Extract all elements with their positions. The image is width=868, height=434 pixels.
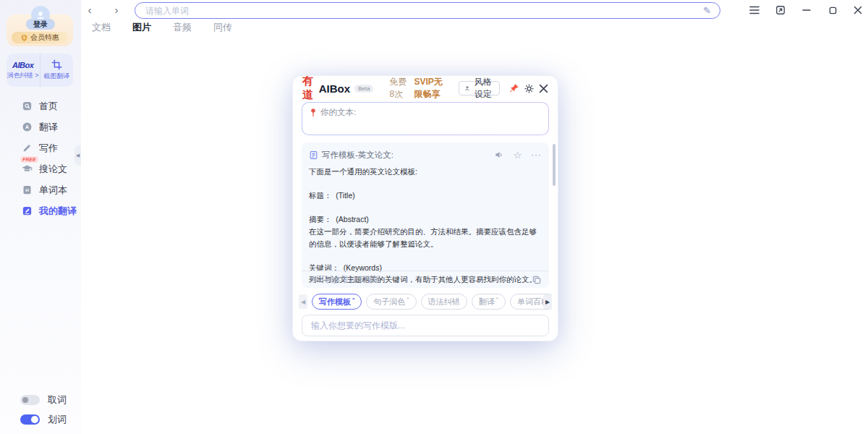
- chip-sentence-polish[interactable]: 句子润色: [366, 294, 416, 310]
- sidebar-item-home[interactable]: 首页: [0, 95, 81, 116]
- sidebar-item-label: 翻译: [39, 121, 58, 134]
- tab-documents[interactable]: 文档: [81, 19, 122, 36]
- speaker-icon: [494, 150, 504, 160]
- result-line: [309, 202, 542, 214]
- close-icon: [539, 84, 548, 93]
- mini-mode-button[interactable]: [773, 3, 788, 17]
- favorite-star-button[interactable]: ☆: [512, 150, 523, 161]
- settings-button[interactable]: [524, 82, 535, 95]
- chips-scroll-left-button[interactable]: ◀: [299, 294, 307, 309]
- sidebar: 登录 S 会员特惠 AIBox 润色纠错 > 截图翻译: [0, 0, 81, 434]
- result-header: 写作模板-英文论文: ☆ ···: [302, 142, 549, 164]
- maximize-button[interactable]: [825, 3, 841, 17]
- aibox-dialog: 有道 AIBox Beta 免费8次 SVIP无限畅享 风格设定: [293, 76, 558, 341]
- sidebar-item-paper-search[interactable]: FREE 搜论文: [0, 158, 81, 179]
- chips-scroll-right-button[interactable]: ▶: [543, 294, 552, 309]
- red-pin-icon: [309, 108, 318, 117]
- style-settings-button[interactable]: 风格设定: [459, 81, 500, 95]
- search-input[interactable]: [144, 5, 697, 17]
- word-capture-label: 取词: [48, 393, 67, 407]
- maximize-icon: [829, 7, 837, 14]
- app-menu-button[interactable]: [746, 3, 762, 17]
- sidebar-item-label: 搜论文: [39, 163, 67, 176]
- aibox-dialog-header: 有道 AIBox Beta 免费8次 SVIP无限畅享 风格设定: [293, 76, 558, 101]
- result-line: 在这一部分，简要介绍研究的目的、方法和结果。摘要应该包含足够的信息，以便读者能够…: [309, 226, 542, 250]
- my-translations-icon: [22, 205, 33, 216]
- handwriting-pencil-icon[interactable]: ✎: [703, 5, 711, 16]
- vip-shield-icon: S: [20, 34, 28, 42]
- sidebar-item-wordbook[interactable]: H 单词本: [0, 179, 81, 200]
- minimize-icon: [802, 6, 811, 14]
- free-quota-label: 免费8次: [389, 76, 409, 101]
- aibox-logo: AIBox: [12, 61, 33, 69]
- close-window-button[interactable]: [850, 3, 866, 17]
- screenshot-translate-label: 截图翻译: [43, 72, 69, 81]
- minimize-button[interactable]: [799, 3, 814, 17]
- login-button[interactable]: 登录: [26, 19, 55, 30]
- aibox-polish-shortcut[interactable]: AIBox 润色纠错 >: [7, 54, 40, 87]
- template-doc-icon: [309, 150, 318, 160]
- vip-offer-button[interactable]: S 会员特惠: [12, 32, 68, 43]
- source-text-input[interactable]: 你的文本:: [302, 102, 549, 135]
- result-title: 写作模板-英文论文:: [322, 150, 485, 161]
- word-capture-toggle[interactable]: [20, 395, 40, 405]
- translate-icon: A: [22, 122, 33, 132]
- sidebar-item-label: 写作: [39, 142, 58, 155]
- tab-simultaneous[interactable]: 同传: [203, 19, 243, 36]
- result-text: 下面是一个通用的英文论文模板: 标题： (Title) 摘要： (Abstrac…: [302, 164, 549, 286]
- vip-offer-label: 会员特惠: [30, 33, 59, 43]
- sidebar-item-my-translations[interactable]: 我的翻译: [0, 200, 81, 221]
- close-icon: [854, 6, 862, 14]
- copy-icon[interactable]: [532, 275, 542, 285]
- settings-gear-icon: [524, 83, 535, 94]
- crop-icon: [51, 59, 62, 70]
- pen-icon: [22, 142, 33, 153]
- result-line: [309, 250, 542, 262]
- sidebar-item-label: 我的翻译: [39, 205, 77, 218]
- sidebar-item-writing[interactable]: 写作: [0, 137, 81, 158]
- back-button[interactable]: ‹: [82, 1, 98, 17]
- wordbook-icon: H: [22, 184, 33, 195]
- collapse-arrow-icon: ◀: [76, 153, 80, 158]
- search-bar: ✎: [135, 2, 720, 19]
- app-window: 登录 S 会员特惠 AIBox 润色纠错 > 截图翻译: [0, 0, 868, 434]
- screenshot-translate-shortcut[interactable]: 截图翻译: [40, 54, 74, 87]
- pin-window-button[interactable]: [509, 82, 519, 95]
- dialog-scrollbar[interactable]: [553, 144, 556, 186]
- forward-button[interactable]: ›: [109, 1, 124, 17]
- home-search-icon: [22, 101, 33, 111]
- result-footer-hint: 你可以参考以下模版: [309, 274, 380, 285]
- youdao-logo: 有道: [302, 75, 317, 102]
- tool-chips-row: ◀ 写作模板 句子润色 语法纠错 翻译 单词百科 论文去 ▶: [299, 294, 552, 310]
- word-capture-row: 取词: [20, 393, 67, 407]
- read-aloud-button[interactable]: [493, 150, 504, 161]
- graduation-cap-icon: [22, 163, 33, 174]
- aibox-card: AIBox 润色纠错 > 截图翻译: [7, 54, 73, 87]
- result-footer: 你可以参考以下模版: [302, 271, 549, 288]
- prompt-input[interactable]: [310, 320, 541, 331]
- person-icon: [464, 84, 470, 93]
- sidebar-menu: 首页 A 翻译 写作 FREE: [0, 95, 81, 221]
- pushpin-icon: [509, 83, 519, 94]
- close-dialog-button[interactable]: [539, 82, 548, 95]
- source-text-label: 你的文本:: [320, 108, 356, 117]
- tab-audio[interactable]: 音频: [162, 19, 203, 36]
- hamburger-menu-icon: [749, 6, 760, 14]
- result-line: 摘要： (Abstract): [309, 213, 542, 226]
- chip-translate[interactable]: 翻译: [472, 294, 506, 310]
- media-tabs: 文档 图片 音频 同传: [81, 19, 243, 36]
- chip-writing-template[interactable]: 写作模板: [312, 294, 362, 310]
- more-options-button[interactable]: ···: [531, 150, 542, 161]
- word-select-row: 划词: [20, 413, 67, 426]
- svg-text:H: H: [25, 187, 29, 192]
- sidebar-collapse-handle[interactable]: ◀: [75, 145, 81, 166]
- mini-mode-icon: [775, 5, 786, 15]
- tab-images[interactable]: 图片: [122, 19, 162, 36]
- sidebar-item-translate[interactable]: A 翻译: [0, 116, 81, 137]
- result-line: 下面是一个通用的英文论文模板:: [309, 166, 542, 178]
- word-select-label: 划词: [48, 413, 67, 426]
- chip-grammar-check[interactable]: 语法纠错: [421, 294, 467, 310]
- result-line: [309, 178, 542, 190]
- svip-upgrade-link[interactable]: SVIP无限畅享: [414, 76, 449, 101]
- word-select-toggle[interactable]: [20, 414, 40, 425]
